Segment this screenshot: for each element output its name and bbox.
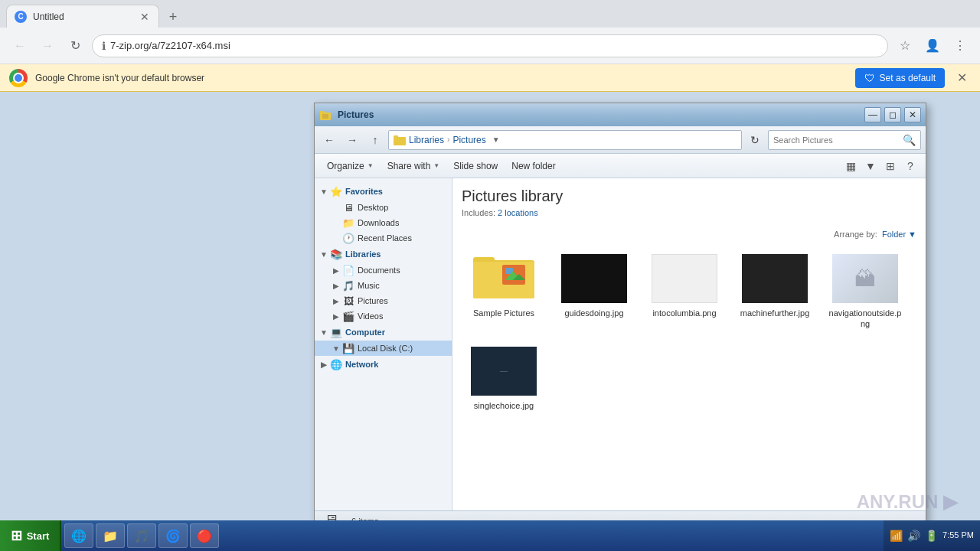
bookmark-button[interactable]: ☆ — [894, 35, 916, 57]
favorites-label: Favorites — [345, 187, 383, 196]
file-item-guidesdoing[interactable]: guidesdoing.jpg — [552, 248, 636, 334]
tab-bar: C Untitled ✕ + — [0, 0, 980, 28]
file-item-sample-pictures[interactable]: Sample Pictures — [462, 248, 546, 334]
start-button[interactable]: ⊞ Start — [0, 520, 61, 551]
thumb-single-img: — — [471, 347, 537, 396]
refresh-button[interactable]: ↻ — [745, 130, 765, 150]
sidebar-libraries-header[interactable]: ▼ 📚 Libraries — [315, 246, 452, 262]
breadcrumb-libraries[interactable]: Libraries — [409, 135, 444, 145]
downloads-toggle — [330, 217, 342, 229]
sidebar-item-downloads[interactable]: 📁 Downloads — [315, 215, 452, 230]
favorites-toggle[interactable]: ▼ — [318, 185, 330, 197]
set-default-button[interactable]: 🛡 Set as default — [855, 68, 945, 88]
documents-toggle[interactable]: ▶ — [330, 264, 342, 276]
explorer-forward-button[interactable]: → — [342, 130, 362, 150]
music-toggle[interactable]: ▶ — [330, 279, 342, 292]
taskbar: ⊞ Start 🌐 📁 🎵 🌀 🔴 📶 🔊 🔋 7:55 PM — [0, 520, 980, 551]
new-tab-button[interactable]: + — [162, 6, 184, 28]
svg-rect-1 — [320, 111, 325, 114]
taskbar-item-chrome[interactable]: 🌀 — [158, 523, 188, 548]
file-item-intocolumbia[interactable]: intocolumbia.png — [642, 248, 727, 334]
change-view-button[interactable]: ⊞ — [881, 157, 900, 175]
sidebar-item-desktop[interactable]: 🖥 Desktop — [315, 200, 452, 215]
file-name-singlechoice: singlechoice.jpg — [474, 400, 534, 411]
preview-pane-button[interactable]: ▦ — [841, 157, 860, 175]
tab-close-button[interactable]: ✕ — [139, 11, 151, 23]
file-name-sample-pictures: Sample Pictures — [473, 308, 534, 318]
taskbar-item-ie[interactable]: 🌐 — [64, 523, 93, 548]
system-tray: 📶 🔊 🔋 7:55 PM — [884, 520, 980, 551]
sidebar-favorites-header[interactable]: ▼ ⭐ Favorites — [315, 183, 452, 200]
pictures-toggle[interactable]: ▶ — [330, 295, 342, 307]
thumb-guidesdoing — [560, 253, 629, 305]
maximize-button[interactable]: ◻ — [884, 107, 901, 122]
system-clock[interactable]: 7:55 PM — [942, 530, 974, 541]
slide-show-button[interactable]: Slide show — [447, 157, 504, 175]
network-toggle[interactable]: ▶ — [318, 358, 330, 370]
taskbar-item-explorer[interactable]: 📁 — [96, 523, 125, 548]
breadcrumb-pictures[interactable]: Pictures — [452, 135, 485, 145]
sidebar-network-header[interactable]: ▶ 🌐 Network — [315, 356, 452, 373]
info-bar-close-button[interactable]: ✕ — [952, 69, 971, 87]
search-input[interactable] — [773, 135, 900, 145]
address-input[interactable]: ℹ 7-zip.org/a/7z2107-x64.msi — [92, 34, 888, 57]
file-item-navigationoutside[interactable]: 🏔 navigationoutside.png — [823, 248, 907, 334]
taskbar-item-media[interactable]: 🎵 — [127, 523, 156, 548]
folder-icon — [473, 254, 534, 303]
minimize-button[interactable]: — — [864, 107, 881, 122]
sidebar-item-music[interactable]: ▶ 🎵 Music — [315, 278, 452, 293]
sidebar-item-recent-places[interactable]: 🕐 Recent Places — [315, 230, 452, 246]
music-label: Music — [358, 281, 380, 290]
locations-link[interactable]: 2 locations — [498, 208, 538, 217]
explorer-content: ▼ ⭐ Favorites 🖥 Desktop 📁 Downloads 🕐 Re… — [315, 178, 926, 510]
organize-button[interactable]: Organize ▼ — [321, 157, 380, 175]
shield-icon: 🛡 — [864, 72, 875, 84]
share-with-button[interactable]: Share with ▼ — [381, 157, 446, 175]
file-item-machinefurther[interactable]: machinefurther.jpg — [733, 248, 817, 334]
breadcrumb-bar: Libraries › Pictures ▼ — [388, 130, 742, 150]
forward-button[interactable]: → — [37, 35, 58, 57]
browser-frame: C Untitled ✕ + ← → ↻ ℹ 7-zip.org/a/7z210… — [0, 0, 980, 92]
security-icon: 🔴 — [197, 529, 212, 543]
help-button[interactable]: ? — [901, 157, 920, 175]
search-icon[interactable]: 🔍 — [903, 134, 916, 146]
taskbar-item-security[interactable]: 🔴 — [190, 523, 219, 548]
file-name-intocolumbia: intocolumbia.png — [652, 308, 716, 318]
browser-tab[interactable]: C Untitled ✕ — [6, 5, 159, 28]
arrange-value[interactable]: Folder ▼ — [882, 230, 916, 239]
reload-button[interactable]: ↻ — [64, 35, 86, 57]
view-buttons: ▦ ▼ ⊞ ? — [841, 157, 920, 175]
view-dropdown-button[interactable]: ▼ — [861, 157, 880, 175]
libraries-toggle[interactable]: ▼ — [318, 248, 330, 260]
back-button[interactable]: ← — [9, 35, 31, 57]
sidebar-item-videos[interactable]: ▶ 🎬 Videos — [315, 308, 452, 324]
close-button[interactable]: ✕ — [904, 107, 921, 122]
file-item-singlechoice[interactable]: — singlechoice.jpg — [462, 341, 546, 416]
explorer-up-button[interactable]: ↑ — [365, 130, 385, 150]
explorer-back-button[interactable]: ← — [319, 130, 339, 150]
tray-volume-icon[interactable]: 🔊 — [907, 530, 920, 542]
profile-button[interactable]: 👤 — [922, 35, 943, 57]
computer-toggle[interactable]: ▼ — [318, 326, 330, 338]
tray-network-icon[interactable]: 📶 — [890, 530, 903, 542]
breadcrumb-dropdown[interactable]: ▼ — [492, 135, 500, 144]
sidebar-item-documents[interactable]: ▶ 📄 Documents — [315, 262, 452, 278]
svg-rect-4 — [394, 135, 398, 139]
tab-title: Untitled — [33, 11, 64, 22]
explorer-toolbar: ← → ↑ Libraries › Pictures ▼ ↻ 🔍 — [315, 126, 926, 154]
sidebar-item-pictures[interactable]: ▶ 🖼 Pictures — [315, 293, 452, 308]
favorites-icon: ⭐ — [330, 185, 342, 197]
tray-battery-icon[interactable]: 🔋 — [925, 530, 938, 542]
sidebar-item-local-disk[interactable]: ▼ 💾 Local Disk (C:) — [315, 341, 452, 356]
organize-label: Organize — [327, 161, 364, 171]
arrange-label: Arrange by: — [834, 230, 877, 239]
breadcrumb-separator: › — [447, 135, 449, 144]
new-folder-button[interactable]: New folder — [505, 157, 561, 175]
local-disk-toggle[interactable]: ▼ — [330, 342, 342, 354]
thumb-dark-img — [742, 254, 808, 303]
explorer-window-icon — [319, 109, 332, 121]
menu-button[interactable]: ⋮ — [949, 35, 971, 57]
sidebar-computer-header[interactable]: ▼ 💻 Computer — [315, 324, 452, 341]
videos-toggle[interactable]: ▶ — [330, 310, 342, 322]
start-label: Start — [27, 530, 50, 542]
